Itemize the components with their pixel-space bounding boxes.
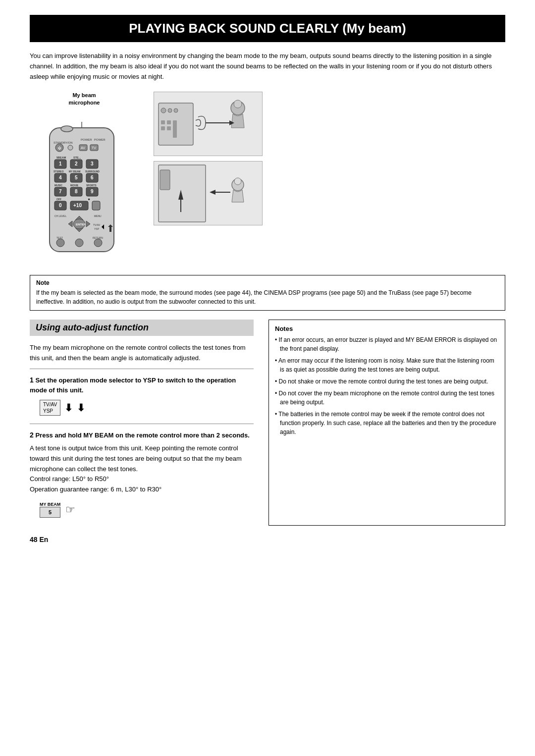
note-title: Note bbox=[36, 279, 499, 286]
svg-point-60 bbox=[75, 239, 83, 247]
notes-title: Notes bbox=[275, 325, 499, 332]
notes-list-item: An error may occur if the listening room… bbox=[275, 356, 499, 374]
svg-rect-45 bbox=[92, 201, 100, 210]
two-column-section: Using auto-adjust function The my beam m… bbox=[30, 320, 505, 526]
remote-area: My beam microphone STANDBY/ON POWER POWE… bbox=[30, 92, 139, 263]
arrow-down-icon-2: ⬇ bbox=[77, 402, 85, 414]
svg-text:SPORTS: SPORTS bbox=[86, 184, 97, 187]
svg-text:MOVIE: MOVIE bbox=[70, 184, 79, 187]
svg-text:5BEAM: 5BEAM bbox=[56, 156, 66, 159]
my-beam-button: 5 bbox=[40, 507, 60, 518]
notes-box: Notes If an error occurs, an error buzze… bbox=[268, 320, 505, 526]
svg-rect-66 bbox=[161, 126, 165, 130]
svg-text:⏻: ⏻ bbox=[58, 146, 61, 150]
notes-list-item: If an error occurs, an error buzzer is p… bbox=[275, 335, 499, 353]
page-number: 48 En bbox=[30, 536, 505, 543]
svg-text:4: 4 bbox=[59, 175, 62, 180]
svg-text:5: 5 bbox=[75, 175, 78, 180]
arrow-down-icon: ⬇ bbox=[64, 402, 73, 414]
svg-text:SURROUND: SURROUND bbox=[85, 170, 100, 173]
diagram-bottom bbox=[154, 161, 263, 225]
diagram-section: My beam microphone STANDBY/ON POWER POWE… bbox=[30, 92, 505, 263]
step-1-text: 1 Set the operation mode selector to YSP… bbox=[30, 375, 254, 395]
notes-list-item: The batteries in the remote control may … bbox=[275, 410, 499, 436]
svg-text:9: 9 bbox=[91, 189, 94, 194]
svg-text:2: 2 bbox=[75, 161, 78, 166]
svg-rect-65 bbox=[167, 120, 171, 124]
svg-text:YSP: YSP bbox=[94, 227, 100, 230]
svg-text:STEREO: STEREO bbox=[54, 170, 64, 173]
note-box: Note If the my beam is selected as the b… bbox=[30, 275, 505, 311]
step-1: 1 Set the operation mode selector to YSP… bbox=[30, 375, 254, 416]
svg-text:ENTER: ENTER bbox=[76, 223, 86, 226]
tv-av-ysp-switch: TV/AV YSP bbox=[40, 400, 60, 416]
svg-text:POWER: POWER bbox=[81, 138, 92, 141]
svg-text:0: 0 bbox=[59, 203, 62, 208]
note-text: If the my beam is selected as the beam m… bbox=[36, 288, 499, 306]
svg-text:OFF: OFF bbox=[56, 198, 61, 201]
svg-rect-67 bbox=[167, 126, 171, 130]
operation-range: Operation guarantee range: 6 m, L30° to … bbox=[30, 485, 254, 495]
svg-point-61 bbox=[94, 239, 102, 247]
auto-adjust-description: The my beam microphone on the remote con… bbox=[30, 343, 254, 364]
svg-text:1: 1 bbox=[59, 161, 62, 166]
svg-rect-77 bbox=[160, 170, 170, 190]
notes-list-item: Do not cover the my beam microphone on t… bbox=[275, 389, 499, 407]
svg-text:CH LEVEL: CH LEVEL bbox=[54, 215, 66, 217]
svg-point-73 bbox=[234, 100, 242, 108]
svg-text:⏺: ⏺ bbox=[88, 198, 90, 201]
svg-text:AV: AV bbox=[81, 146, 85, 150]
page-title: PLAYING BACK SOUND CLEARLY (My beam) bbox=[30, 15, 505, 42]
svg-point-8 bbox=[68, 145, 73, 150]
svg-point-71 bbox=[174, 108, 178, 112]
svg-point-69 bbox=[161, 108, 166, 113]
svg-text:3: 3 bbox=[91, 161, 94, 166]
step-2-text: 2 Press and hold MY BEAM on the remote c… bbox=[30, 430, 254, 440]
svg-point-2 bbox=[61, 126, 73, 132]
svg-text:MY BEAM: MY BEAM bbox=[69, 170, 81, 173]
microphone-label: My beam microphone bbox=[69, 92, 100, 106]
my-beam-button-diagram: MY BEAM 5 ☞ bbox=[40, 502, 254, 518]
my-beam-label: MY BEAM bbox=[40, 502, 60, 507]
notes-list-item: Do not shake or move the remote control … bbox=[275, 377, 499, 386]
svg-rect-68 bbox=[173, 120, 177, 138]
svg-text:8: 8 bbox=[75, 189, 78, 194]
left-column: Using auto-adjust function The my beam m… bbox=[30, 320, 254, 526]
finger-press-icon: ☞ bbox=[65, 503, 75, 516]
remote-control-diagram: STANDBY/ON POWER POWER ⏻ AV TV 5BEAM STE… bbox=[35, 108, 134, 263]
svg-text:TV/AV: TV/AV bbox=[93, 223, 101, 226]
svg-text:7: 7 bbox=[59, 189, 62, 194]
svg-point-81 bbox=[234, 178, 241, 185]
switch-diagram: TV/AV YSP ⬇ ⬇ bbox=[40, 400, 254, 416]
svg-text:MENU: MENU bbox=[94, 215, 102, 217]
control-range: Control range: L50° to R50° bbox=[30, 474, 254, 485]
svg-text:STANDBY/ON: STANDBY/ON bbox=[54, 141, 73, 144]
step-2-body: A test tone is output twice from this un… bbox=[30, 443, 254, 474]
svg-text:+10: +10 bbox=[73, 203, 82, 208]
svg-text:6: 6 bbox=[91, 175, 94, 180]
svg-point-70 bbox=[168, 108, 172, 112]
svg-text:TV: TV bbox=[92, 146, 96, 150]
notes-list: If an error occurs, an error buzzer is p… bbox=[275, 335, 499, 436]
svg-text:STE...: STE... bbox=[73, 156, 81, 159]
svg-text:MUSIC: MUSIC bbox=[54, 184, 63, 187]
right-diagrams bbox=[154, 92, 263, 225]
diagram-top bbox=[154, 92, 263, 156]
intro-text: You can improve listenability in a noisy… bbox=[30, 51, 505, 82]
svg-marker-82 bbox=[210, 190, 215, 195]
svg-text:POWER: POWER bbox=[94, 138, 106, 141]
section-header: Using auto-adjust function bbox=[30, 320, 254, 336]
svg-rect-64 bbox=[161, 120, 165, 124]
step-2: 2 Press and hold MY BEAM on the remote c… bbox=[30, 430, 254, 518]
svg-point-59 bbox=[56, 239, 64, 247]
